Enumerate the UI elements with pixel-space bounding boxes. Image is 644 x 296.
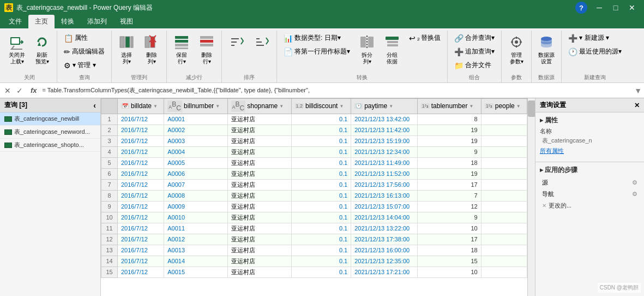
close-load-button[interactable]: 关闭并上载▾	[5, 32, 28, 67]
query-col: 📋 属性 ✏ 高级编辑器 ⚙ ▾ 管理 ▾	[61, 32, 108, 72]
all-properties-link[interactable]: 所有属性	[540, 147, 640, 155]
data-table-area[interactable]: 📅 billdate ▼ ABC billnumber ▼	[101, 98, 527, 296]
step-gear-1[interactable]: ⚙	[632, 191, 637, 198]
vertical-scrollbar[interactable]	[527, 98, 535, 296]
sort-asc-button[interactable]	[225, 32, 248, 54]
sort-desc-button[interactable]	[250, 32, 273, 54]
table-row: 102016/7/12A0010亚运村店0.12021/12/13 14:04:…	[101, 212, 527, 223]
right-panel-close-icon[interactable]: ✕	[634, 102, 640, 109]
manage-cols-content: 选择列▾ 删除列▾	[115, 31, 163, 73]
step-label-1: 导航	[542, 190, 554, 198]
tablenumber-cell: 9	[417, 212, 481, 223]
billdiscount-filter-icon[interactable]: ▼	[339, 104, 344, 109]
manage-button[interactable]: ⚙ ▾ 管理 ▾	[61, 59, 108, 72]
split-column-button[interactable]: 拆分列▾	[356, 32, 378, 67]
datasource-settings-button[interactable]: 数据源设置	[535, 32, 558, 67]
billdate-cell: 2016/7/12	[118, 223, 164, 234]
merge-files-button[interactable]: 📁 合并文件	[451, 59, 498, 72]
tab-view[interactable]: 视图	[113, 15, 140, 28]
step-item-2[interactable]: ✕ 更改的...	[540, 200, 640, 211]
transform-col2: ↩ ₂ 替换值	[406, 32, 444, 44]
step-item-1[interactable]: 导航 ⚙	[540, 188, 640, 200]
delete-columns-button[interactable]: 删除列▾	[140, 32, 163, 67]
shopname-cell: 亚运村店	[227, 146, 291, 157]
replace-values-button[interactable]: ↩ ₂ 替换值	[406, 32, 444, 44]
manage-cols-label: 管理列	[115, 74, 163, 81]
query-item-2[interactable]: 表_cateringcase_shopto...	[0, 139, 100, 152]
formula-expand-icon[interactable]: ▼	[634, 86, 642, 95]
people-cell	[481, 135, 527, 146]
paytime-cell: 2021/12/13 14:04:00	[351, 212, 418, 223]
data-type-label: 数据类型: 日期▾	[294, 33, 341, 43]
col-header-people[interactable]: 1²₃ people ▼	[481, 99, 527, 114]
group-by-button[interactable]: 分组依据	[381, 32, 404, 67]
delete-rows-button[interactable]: 删除行▾	[195, 32, 218, 67]
refresh-button[interactable]: 刷新预览▾	[31, 32, 53, 67]
minimize-button[interactable]: ─	[592, 3, 607, 13]
col-header-shopname[interactable]: ABC shopname ▼	[227, 99, 291, 114]
step-label-0: 源	[542, 179, 548, 187]
formula-confirm-icon[interactable]: ✓	[14, 85, 25, 96]
left-panel-collapse-icon[interactable]: ‹	[93, 101, 96, 110]
billdiscount-cell: 0.1	[291, 267, 351, 277]
table-row: 112016/7/12A0011亚运村店0.12021/12/13 13:22:…	[101, 223, 527, 234]
append-queries-button[interactable]: ➕ 追加查询▾	[451, 45, 498, 58]
step-item-0[interactable]: 源 ⚙	[540, 177, 640, 188]
col-header-paytime[interactable]: 🕐 paytime ▼	[351, 99, 418, 114]
split-column-icon	[358, 33, 376, 51]
shopname-cell: 亚运村店	[227, 190, 291, 201]
col-header-billnumber[interactable]: ABC billnumber ▼	[164, 99, 227, 114]
table-row: 32016/7/12A0003亚运村店0.12021/12/13 15:19:0…	[101, 135, 527, 146]
tab-home[interactable]: 主页	[28, 15, 55, 28]
advanced-editor-button[interactable]: ✏ 高级编辑器	[61, 45, 108, 58]
close-load-label: 关闭并上载▾	[9, 52, 25, 65]
col-header-billdate[interactable]: 📅 billdate ▼	[118, 99, 164, 114]
billdate-cell: 2016/7/12	[118, 245, 164, 256]
step-x-2[interactable]: ✕	[542, 203, 546, 209]
svg-rect-26	[368, 37, 374, 48]
scrollbar-thumb[interactable]	[528, 100, 535, 117]
help-button[interactable]: ?	[575, 2, 587, 14]
svg-rect-6	[125, 37, 130, 48]
formula-input[interactable]	[43, 87, 633, 94]
billnumber-cell: A0001	[164, 114, 227, 125]
first-row-header-button[interactable]: 📄 将第一行用作标题▾	[280, 45, 353, 58]
tablenumber-filter-icon[interactable]: ▼	[469, 104, 473, 109]
tab-file[interactable]: 文件	[2, 15, 28, 28]
people-filter-icon[interactable]: ▼	[516, 104, 521, 109]
tablenumber-cell: 15	[417, 256, 481, 267]
properties-button[interactable]: 📋 属性	[61, 32, 108, 44]
query-item-0[interactable]: 表_cateringcase_newbill	[0, 113, 100, 126]
tab-transform[interactable]: 转换	[55, 15, 81, 28]
col-header-billdiscount[interactable]: 1.2 billdiscount ▼	[291, 99, 351, 114]
row-num-cell: 3	[101, 135, 118, 146]
close-group-content: 关闭并上载▾ 刷新预览▾	[5, 31, 53, 73]
shopname-cell: 亚运村店	[227, 157, 291, 168]
refresh-label: 刷新预览▾	[35, 52, 49, 65]
merge-files-icon: 📁	[454, 61, 464, 70]
close-button[interactable]: ✕	[624, 3, 640, 13]
new-source-button[interactable]: ➕ ▾ 新建源 ▾	[565, 32, 625, 44]
data-type-button[interactable]: 📊 数据类型: 日期▾	[280, 32, 353, 44]
recent-sources-button[interactable]: 🕐 最近使用的源▾	[565, 45, 625, 58]
shopname-filter-icon[interactable]: ▼	[279, 104, 284, 109]
paytime-filter-icon[interactable]: ▼	[389, 104, 393, 109]
formula-cancel-icon[interactable]: ✕	[2, 85, 13, 96]
formula-bar: ✕ ✓ fx ▼	[0, 83, 644, 98]
billnumber-filter-icon[interactable]: ▼	[215, 104, 220, 109]
billdate-cell: 2016/7/12	[118, 157, 164, 168]
billdate-filter-icon[interactable]: ▼	[153, 104, 158, 109]
col-header-tablenumber[interactable]: 1²₃ tablenumber ▼	[417, 99, 481, 114]
manage-params-button[interactable]: 管理参数▾	[505, 32, 528, 67]
merge-queries-button[interactable]: 🔗 合并查询▾	[451, 32, 498, 44]
maximize-button[interactable]: □	[608, 3, 623, 13]
keep-rows-button[interactable]: 保留行▾	[170, 32, 193, 67]
query-item-1[interactable]: 表_cateringcase_newword...	[0, 126, 100, 139]
paytime-cell: 2021/12/13 16:00:00	[351, 245, 418, 256]
datasource-content: 数据源设置	[535, 31, 558, 73]
shopname-cell: 亚运村店	[227, 114, 291, 125]
select-columns-button[interactable]: 选择列▾	[115, 32, 138, 67]
table-row: 52016/7/12A0005亚运村店0.12021/12/13 11:49:0…	[101, 157, 527, 168]
tab-add-column[interactable]: 添加列	[81, 15, 113, 28]
step-gear-0[interactable]: ⚙	[632, 179, 637, 186]
